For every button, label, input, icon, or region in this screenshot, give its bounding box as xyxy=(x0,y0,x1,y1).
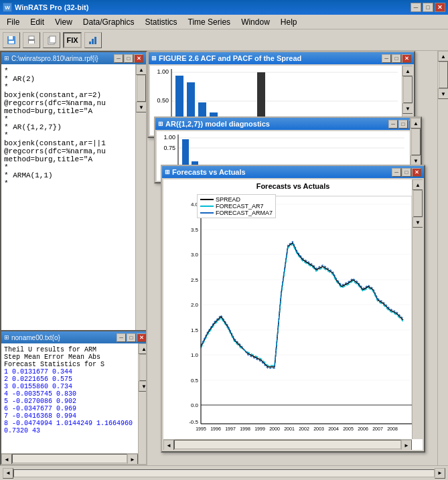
svg-text:2.0: 2.0 xyxy=(191,302,199,308)
title-bar: W WinRATS Pro (32-bit) ─ □ ✕ xyxy=(0,0,448,15)
forecast-scroll-up[interactable]: ▲ xyxy=(413,179,423,190)
main-v-thumb[interactable] xyxy=(439,62,448,88)
acf-titlebar[interactable]: ⊞ FIGURE 2.6 ACF and PACF of the Spread … xyxy=(149,52,414,64)
menu-view[interactable]: View xyxy=(50,16,78,28)
svg-text:0.75: 0.75 xyxy=(163,145,175,151)
acf-scroll-up[interactable]: ▲ xyxy=(402,66,413,76)
main-v-track xyxy=(438,62,448,88)
svg-text:2007: 2007 xyxy=(372,426,383,431)
output-scroll-right[interactable]: ► xyxy=(127,454,138,464)
output-row-7: 7 -0.0416368 0.994 xyxy=(4,412,146,420)
output-title: noname00.txt{o} xyxy=(11,334,60,341)
output-h-track xyxy=(12,454,127,463)
chart-button[interactable] xyxy=(84,32,102,48)
acf-scroll-down[interactable]: ▼ xyxy=(402,103,413,114)
forecast-scroll-left[interactable]: ◄ xyxy=(163,440,174,450)
output-scroll-left[interactable]: ◄ xyxy=(1,454,12,464)
print-button[interactable] xyxy=(23,32,40,48)
acf-close[interactable]: ✕ xyxy=(402,54,411,63)
svg-rect-2 xyxy=(9,41,14,44)
svg-rect-5 xyxy=(29,41,34,44)
scroll-up-btn[interactable]: ▲ xyxy=(136,64,147,75)
maximize-button[interactable]: □ xyxy=(423,3,433,12)
editor-titlebar: ⊞ C:\winratspro.810\arima.rpf{i} ─ □ ✕ xyxy=(1,52,146,64)
editor-close[interactable]: ✕ xyxy=(134,54,143,63)
forecast-maximize[interactable]: □ xyxy=(402,168,411,177)
acf-thumb[interactable] xyxy=(403,76,413,103)
menu-edit[interactable]: Edit xyxy=(25,16,50,28)
ar-maximize[interactable]: □ xyxy=(398,120,408,129)
svg-text:2008: 2008 xyxy=(387,426,398,431)
forecast-scrollbar-h[interactable]: ◄ ► xyxy=(163,439,412,450)
app-title: WinRATS Pro (32-bit) xyxy=(15,3,88,11)
ar-thumb[interactable] xyxy=(411,131,419,155)
scroll-track xyxy=(136,75,146,102)
editor-maximize[interactable]: □ xyxy=(124,54,133,63)
menu-help[interactable]: Help xyxy=(275,16,303,28)
menu-statistics[interactable]: Statistics xyxy=(140,16,183,28)
save-button[interactable] xyxy=(3,32,20,48)
acf-maximize[interactable]: □ xyxy=(392,54,401,63)
editor-line: * xyxy=(4,179,143,187)
forecast-scrollbar-v[interactable]: ▲ ▼ xyxy=(412,179,423,439)
forecast-v-thumb[interactable] xyxy=(413,190,423,217)
legend-forecast-ar7: FORECAST_AR7 xyxy=(200,203,273,210)
svg-rect-7 xyxy=(50,36,56,43)
output-minimize[interactable]: ─ xyxy=(117,333,126,342)
svg-text:1.0: 1.0 xyxy=(191,352,199,358)
main-scrollbar-v[interactable]: ▲ ▼ xyxy=(437,51,448,465)
ar-titlebar[interactable]: ⊞ AR({1,2,7}) model diagnostics ─ □ ✕ xyxy=(155,118,421,130)
output-scroll-thumb[interactable] xyxy=(139,354,147,381)
scroll-thumb[interactable] xyxy=(137,75,146,102)
acf-minimize[interactable]: ─ xyxy=(382,54,391,63)
output-content: Theil U results for ARM Step Mean Error … xyxy=(1,343,147,464)
status-scroll-left[interactable]: ◄ xyxy=(3,468,13,479)
output-scrollbar-v[interactable]: ▲ ▼ xyxy=(138,343,147,464)
legend-spread: SPREAD xyxy=(200,196,273,203)
forecast-scroll-down[interactable]: ▼ xyxy=(413,217,423,228)
copy-button[interactable] xyxy=(43,32,60,48)
forecast-h-track xyxy=(174,440,401,449)
forecast-titlebar[interactable]: ⊞ Forecasts vs Actuals ─ □ ✕ xyxy=(162,166,424,178)
output-maximize[interactable]: □ xyxy=(127,333,136,342)
editor-minimize[interactable]: ─ xyxy=(114,54,123,63)
status-scroll-right[interactable]: ► xyxy=(435,468,445,479)
fix-button[interactable]: FIX xyxy=(63,32,82,48)
legend-spread-label: SPREAD xyxy=(216,196,240,203)
close-button[interactable]: ✕ xyxy=(435,3,445,12)
output-close[interactable]: ✕ xyxy=(137,333,146,342)
main-scroll-down[interactable]: ▼ xyxy=(438,88,448,99)
ar-track xyxy=(410,131,419,155)
svg-text:0.50: 0.50 xyxy=(157,97,169,104)
output-scroll-up[interactable]: ▲ xyxy=(139,343,147,354)
output-row-3: 3 0.0155860 0.734 xyxy=(4,383,146,390)
editor-panel: ⊞ C:\winratspro.810\arima.rpf{i} ─ □ ✕ *… xyxy=(0,51,147,465)
forecast-minimize[interactable]: ─ xyxy=(392,168,401,177)
minimize-button[interactable]: ─ xyxy=(410,3,421,12)
svg-text:2003: 2003 xyxy=(313,426,324,431)
svg-text:1.00: 1.00 xyxy=(157,68,169,75)
menu-window[interactable]: Window xyxy=(236,16,275,28)
editor-scrollbar-v[interactable]: ▲ ▼ xyxy=(135,64,146,330)
output-row-8: 8 -0.0474994 1.0144249 1.1664960 0.7320 … xyxy=(4,420,146,434)
svg-text:2.5: 2.5 xyxy=(191,277,199,283)
output-scrollbar-h[interactable]: ◄ ► xyxy=(1,453,138,464)
scroll-down-btn[interactable]: ▼ xyxy=(136,102,147,112)
output-scroll-track xyxy=(139,354,147,381)
forecast-close[interactable]: ✕ xyxy=(412,168,421,177)
ar-minimize[interactable]: ─ xyxy=(388,120,398,129)
forecast-scroll-right[interactable]: ► xyxy=(401,440,412,450)
svg-text:2001: 2001 xyxy=(284,426,295,431)
svg-text:1998: 1998 xyxy=(240,426,250,431)
output-header: Theil U results for ARM xyxy=(4,346,146,353)
svg-text:-0.5: -0.5 xyxy=(189,419,198,425)
output-scroll-down[interactable]: ▼ xyxy=(139,381,147,392)
menu-data-graphics[interactable]: Data/Graphics xyxy=(78,16,140,28)
editor-line: method=burg,title="A xyxy=(4,155,143,163)
menu-file[interactable]: File xyxy=(1,16,25,28)
main-scroll-up[interactable]: ▲ xyxy=(438,51,448,62)
forecast-chart: 4.0 3.5 3.0 2.5 2.0 1.5 1.0 0.5 0.0 -0.5 xyxy=(182,193,423,441)
svg-rect-4 xyxy=(29,36,34,39)
menu-time-series[interactable]: Time Series xyxy=(183,16,236,28)
svg-text:0.0: 0.0 xyxy=(191,402,199,408)
